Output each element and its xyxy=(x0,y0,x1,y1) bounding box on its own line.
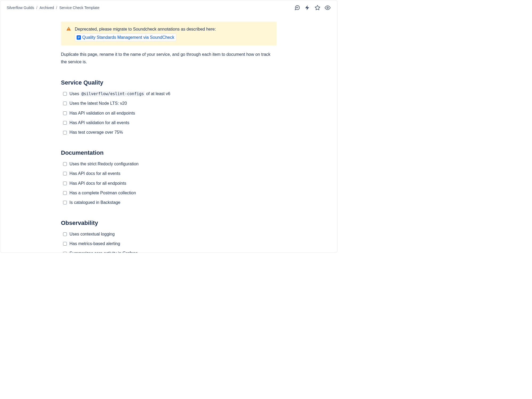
banner-message: Deprecated, please migrate to Soundcheck… xyxy=(75,27,216,31)
checkbox[interactable] xyxy=(63,172,67,175)
watch-icon[interactable] xyxy=(324,5,331,11)
banner-text: Deprecated, please migrate to Soundcheck… xyxy=(75,26,271,41)
star-icon[interactable] xyxy=(314,5,321,11)
item-text: Uses the strict Redocly configuration xyxy=(69,161,139,167)
breadcrumb: Silverflow Guilds / Archived / Service C… xyxy=(7,6,99,10)
list-item: Uses contextual logging xyxy=(63,231,277,237)
checklist-observability: Uses contextual logging Has metrics-base… xyxy=(61,231,277,253)
list-item: Has a complete Postman collection xyxy=(63,190,277,196)
list-item: Has API docs for all endpoints xyxy=(63,180,277,186)
list-item: Has API docs for all events xyxy=(63,171,277,177)
list-item: Has API validation on all endpoints xyxy=(63,110,277,116)
heading-service-quality: Service Quality xyxy=(61,79,277,86)
lightning-icon[interactable] xyxy=(304,5,311,11)
list-item: Uses @silverflow/eslint-configs of at le… xyxy=(63,91,277,97)
item-text: Has metrics-based alerting xyxy=(69,241,120,247)
checklist-service-quality: Uses @silverflow/eslint-configs of at le… xyxy=(61,91,277,136)
item-text: Has API docs for all events xyxy=(69,171,120,177)
breadcrumb-separator: / xyxy=(56,6,57,10)
item-text: Is catalogued in Backstage xyxy=(69,200,120,205)
list-item: Uses the latest Node LTS: v20 xyxy=(63,100,277,106)
chip-label: Quality Standards Management via SoundCh… xyxy=(82,34,174,41)
checkbox[interactable] xyxy=(63,201,67,204)
checkbox[interactable] xyxy=(63,92,67,96)
checkbox[interactable] xyxy=(63,191,67,195)
list-item: Has API validation for all events xyxy=(63,120,277,126)
breadcrumb-separator: / xyxy=(36,6,37,10)
svg-rect-5 xyxy=(78,37,80,38)
checkbox[interactable] xyxy=(63,182,67,185)
item-text: Has API validation for all events xyxy=(69,120,129,126)
breadcrumb-page[interactable]: Service Check Template xyxy=(59,6,100,10)
svg-rect-4 xyxy=(78,36,80,37)
checkbox[interactable] xyxy=(63,102,67,105)
main-content: Deprecated, please migrate to Soundcheck… xyxy=(58,22,279,253)
item-text: Uses the latest Node LTS: v20 xyxy=(69,100,127,106)
document-icon xyxy=(77,35,81,40)
deprecation-banner: Deprecated, please migrate to Soundcheck… xyxy=(61,22,277,45)
item-text: Has API docs for all endpoints xyxy=(69,180,126,186)
list-item: Summarizes core activity in Grafana xyxy=(63,250,277,253)
list-item: Has metrics-based alerting xyxy=(63,241,277,247)
checkbox[interactable] xyxy=(63,232,67,236)
breadcrumb-archived[interactable]: Archived xyxy=(39,6,54,10)
comment-icon[interactable] xyxy=(294,5,300,11)
item-text: Summarizes core activity in Grafana xyxy=(69,250,138,253)
svg-rect-6 xyxy=(78,38,79,38)
page-frame: Silverflow Guilds / Archived / Service C… xyxy=(0,0,337,253)
list-item: Uses the strict Redocly configuration xyxy=(63,161,277,167)
checkbox[interactable] xyxy=(63,242,67,246)
page-actions xyxy=(294,5,331,11)
svg-point-3 xyxy=(327,7,328,9)
item-text: Uses @silverflow/eslint-configs of at le… xyxy=(69,91,170,97)
doc-link-chip[interactable]: Quality Standards Management via SoundCh… xyxy=(75,33,176,41)
checkbox[interactable] xyxy=(63,121,67,125)
checkbox[interactable] xyxy=(63,162,67,166)
inline-code: @silverflow/eslint-configs xyxy=(80,91,145,96)
checkbox[interactable] xyxy=(63,131,67,135)
heading-documentation: Documentation xyxy=(61,149,277,156)
svg-marker-2 xyxy=(315,5,320,10)
heading-observability: Observability xyxy=(61,220,277,226)
item-text: Has a complete Postman collection xyxy=(69,190,136,196)
checkbox[interactable] xyxy=(63,111,67,115)
item-text: Uses contextual logging xyxy=(69,231,115,237)
warning-icon xyxy=(66,26,71,33)
item-text: Has test coverage over 75% xyxy=(69,129,123,135)
list-item: Has test coverage over 75% xyxy=(63,129,277,135)
list-item: Is catalogued in Backstage xyxy=(63,200,277,205)
breadcrumb-root[interactable]: Silverflow Guilds xyxy=(7,6,34,10)
item-text: Has API validation on all endpoints xyxy=(69,110,135,116)
intro-paragraph: Duplicate this page, rename it to the na… xyxy=(61,51,277,65)
topbar: Silverflow Guilds / Archived / Service C… xyxy=(0,0,337,11)
checkbox[interactable] xyxy=(63,252,67,253)
checklist-documentation: Uses the strict Redocly configuration Ha… xyxy=(61,161,277,206)
